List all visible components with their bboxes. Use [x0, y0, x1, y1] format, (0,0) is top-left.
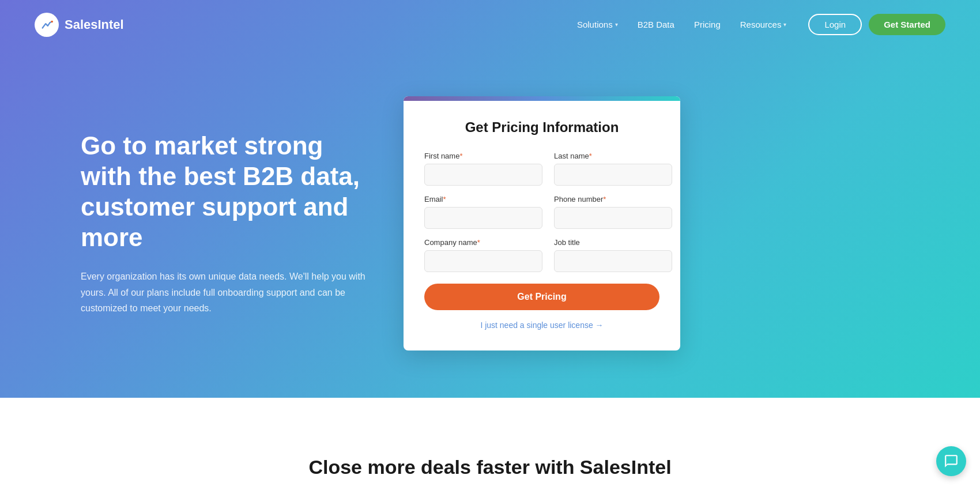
nav-links: Solutions ▾ B2B Data Pricing Resources ▾ [569, 15, 795, 34]
resources-chevron-icon: ▾ [783, 21, 786, 28]
email-group: Email* [424, 195, 542, 229]
first-name-label: First name* [424, 152, 542, 160]
login-button[interactable]: Login [808, 14, 862, 35]
chat-icon [944, 454, 959, 469]
hero-section: Go to market strong with the best B2B da… [0, 0, 980, 398]
first-name-group: First name* [424, 152, 542, 186]
last-name-label: Last name* [554, 152, 672, 160]
chat-bubble[interactable] [936, 446, 966, 476]
hero-description: Every organization has its own unique da… [81, 269, 369, 316]
email-label: Email* [424, 195, 542, 203]
form-row-company: Company name* Job title [424, 238, 659, 272]
logo-icon [35, 13, 59, 37]
pricing-form-card: Get Pricing Information First name* Last… [404, 96, 680, 350]
form-row-contact: Email* Phone number* [424, 195, 659, 229]
last-name-group: Last name* [554, 152, 672, 186]
nav-solutions[interactable]: Solutions ▾ [569, 15, 626, 34]
form-row-name: First name* Last name* [424, 152, 659, 186]
single-license-link[interactable]: I just need a single user license → [424, 321, 659, 330]
last-name-required: * [589, 152, 592, 160]
svg-point-0 [51, 20, 53, 22]
solutions-chevron-icon: ▾ [615, 21, 618, 28]
job-title-group: Job title [554, 238, 672, 272]
logo[interactable]: SalesIntel [35, 13, 124, 37]
email-required: * [443, 195, 446, 203]
hero-title: Go to market strong with the best B2B da… [81, 131, 369, 252]
job-title-input[interactable] [554, 250, 672, 272]
navbar: SalesIntel Solutions ▾ B2B Data Pricing … [0, 0, 980, 49]
company-label: Company name* [424, 238, 542, 247]
phone-group: Phone number* [554, 195, 672, 229]
nav-b2b-data[interactable]: B2B Data [630, 15, 683, 34]
company-input[interactable] [424, 250, 542, 272]
company-group: Company name* [424, 238, 542, 272]
phone-required: * [603, 195, 606, 203]
job-title-label: Job title [554, 238, 672, 247]
form-card-body: Get Pricing Information First name* Last… [404, 101, 680, 350]
company-required: * [477, 238, 480, 247]
email-input[interactable] [424, 207, 542, 229]
phone-input[interactable] [554, 207, 672, 229]
get-pricing-button[interactable]: Get Pricing [424, 284, 659, 310]
get-started-button[interactable]: Get Started [869, 14, 945, 35]
form-top-bar [404, 96, 680, 101]
bottom-title: Close more deals faster with SalesIntel [308, 456, 671, 478]
form-card-wrapper: Get Pricing Information First name* Last… [404, 96, 680, 350]
first-name-required: * [459, 152, 462, 160]
nav-resources[interactable]: Resources ▾ [732, 15, 795, 34]
nav-actions: Login Get Started [808, 14, 945, 35]
hero-content: Go to market strong with the best B2B da… [0, 96, 404, 350]
logo-text: SalesIntel [65, 17, 124, 32]
first-name-input[interactable] [424, 164, 542, 186]
last-name-input[interactable] [554, 164, 672, 186]
bottom-section: Close more deals faster with SalesIntel [0, 398, 980, 490]
form-title: Get Pricing Information [424, 119, 659, 135]
nav-pricing[interactable]: Pricing [686, 15, 729, 34]
phone-label: Phone number* [554, 195, 672, 203]
